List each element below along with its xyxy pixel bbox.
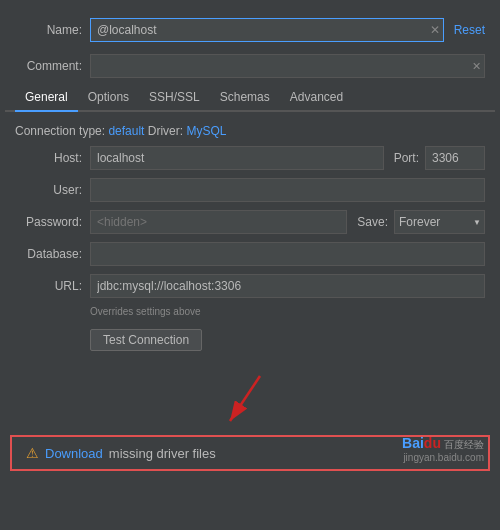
host-input[interactable] (90, 146, 384, 170)
name-input-wrap: ✕ (90, 18, 444, 42)
red-arrow-icon (200, 371, 280, 431)
tabs-bar: General Options SSH/SSL Schemas Advanced (5, 84, 495, 112)
url-row: URL: (5, 274, 495, 298)
download-text: missing driver files (109, 446, 216, 461)
connection-dialog: Name: ✕ Reset Comment: ✕ General Options… (5, 10, 495, 361)
download-link[interactable]: Download (45, 446, 103, 461)
url-label: URL: (15, 279, 90, 293)
name-clear-button[interactable]: ✕ (430, 24, 440, 36)
password-label: Password: (15, 215, 90, 229)
comment-input[interactable] (90, 54, 485, 78)
database-input[interactable] (90, 242, 485, 266)
name-label: Name: (15, 23, 90, 37)
connection-type-row: Connection type: default Driver: MySQL (5, 120, 495, 146)
connection-type-label: Connection type: (15, 124, 108, 138)
comment-input-wrap: ✕ (90, 54, 485, 78)
tab-ssh-ssl[interactable]: SSH/SSL (139, 84, 210, 112)
port-input[interactable] (425, 146, 485, 170)
svg-line-1 (230, 376, 260, 421)
name-input[interactable] (90, 18, 444, 42)
user-label: User: (15, 183, 90, 197)
url-input[interactable] (90, 274, 485, 298)
name-row: Name: ✕ Reset (5, 10, 495, 50)
tab-schemas[interactable]: Schemas (210, 84, 280, 112)
watermark-text: Baidu 百度经验 (402, 435, 484, 452)
watermark-url: jingyan.baidu.com (402, 452, 484, 463)
watermark-label: 百度经验 (444, 439, 484, 450)
watermark: Baidu 百度经验 jingyan.baidu.com (402, 435, 484, 463)
database-row: Database: (5, 242, 495, 266)
tab-general[interactable]: General (15, 84, 78, 112)
reset-button[interactable]: Reset (454, 23, 485, 37)
save-select[interactable]: Forever Until Restart Never (394, 210, 485, 234)
save-select-wrap: Forever Until Restart Never (388, 210, 485, 234)
warning-icon: ⚠ (26, 445, 39, 461)
comment-row: Comment: ✕ (5, 54, 495, 84)
user-row: User: (5, 178, 495, 202)
driver-label: Driver: (148, 124, 187, 138)
watermark-logo-du: du (424, 435, 441, 451)
tab-advanced[interactable]: Advanced (280, 84, 353, 112)
url-note: Overrides settings above (5, 306, 495, 319)
driver-value[interactable]: MySQL (186, 124, 226, 138)
tab-options[interactable]: Options (78, 84, 139, 112)
test-connection-button[interactable]: Test Connection (90, 329, 202, 351)
host-port-row: Host: Port: (5, 146, 495, 170)
bottom-section: ⚠ Download missing driver files Baidu 百度… (0, 371, 500, 471)
host-label: Host: (15, 151, 90, 165)
user-input[interactable] (90, 178, 485, 202)
password-row: Password: Save: Forever Until Restart Ne… (5, 210, 495, 234)
save-label: Save: (357, 215, 388, 229)
test-connection-area: Test Connection (5, 319, 495, 361)
password-input[interactable] (90, 210, 347, 234)
comment-clear-button[interactable]: ✕ (472, 60, 481, 73)
comment-label: Comment: (15, 59, 90, 73)
connection-type-value[interactable]: default (108, 124, 144, 138)
database-label: Database: (15, 247, 90, 261)
watermark-logo: Baidu (402, 435, 441, 451)
port-label: Port: (394, 151, 419, 165)
